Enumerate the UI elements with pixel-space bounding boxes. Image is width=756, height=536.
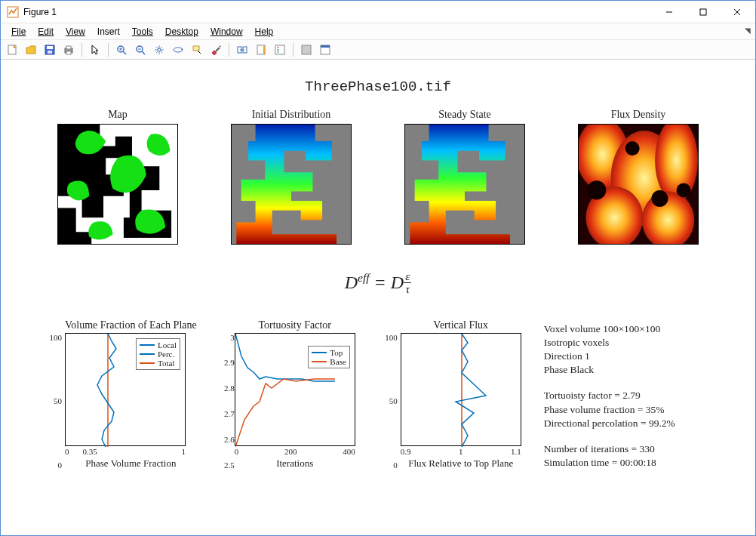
- rotate3d-button[interactable]: [170, 42, 186, 58]
- maximize-button[interactable]: [686, 1, 720, 23]
- matlab-figure-icon: [7, 6, 19, 18]
- svg-rect-7: [47, 46, 53, 49]
- menu-desktop[interactable]: Desktop: [159, 25, 204, 39]
- svg-line-13: [123, 51, 126, 54]
- menu-window[interactable]: Window: [204, 25, 249, 39]
- chart-volume-fraction[interactable]: Volume Fraction of Each Plane Distance f…: [65, 319, 197, 470]
- svg-rect-11: [66, 51, 71, 54]
- titlebar: Figure 1: [1, 1, 755, 23]
- svg-point-45: [587, 180, 606, 199]
- menu-insert[interactable]: Insert: [91, 25, 126, 39]
- svg-rect-35: [321, 45, 330, 48]
- new-figure-button[interactable]: [4, 42, 20, 58]
- menu-file[interactable]: File: [5, 25, 32, 39]
- menu-view[interactable]: View: [60, 25, 91, 39]
- figure-main-title: ThreePhase100.tif: [31, 79, 725, 95]
- svg-rect-10: [66, 46, 71, 49]
- toolbar: [1, 40, 755, 60]
- close-button[interactable]: [720, 1, 754, 23]
- results-text: Voxel volume 100×100×100 Isotropic voxel…: [544, 319, 675, 470]
- colorbar-button[interactable]: [253, 42, 269, 58]
- print-button[interactable]: [60, 42, 77, 58]
- menu-tools[interactable]: Tools: [126, 25, 159, 39]
- svg-point-46: [625, 141, 640, 156]
- image-row: Map Initial Distribution: [31, 109, 725, 245]
- svg-point-19: [158, 48, 161, 51]
- svg-line-22: [198, 51, 201, 54]
- chart-vertical-flux[interactable]: Vertical Flux Distance from Base 100500 …: [401, 319, 521, 470]
- svg-rect-29: [275, 45, 284, 54]
- datacursor-button[interactable]: [189, 42, 205, 58]
- panel-title-map: Map: [108, 109, 128, 121]
- initial-distribution-image[interactable]: [231, 124, 352, 245]
- chart-row: Volume Fraction of Each Plane Distance f…: [31, 319, 725, 470]
- menubar: File Edit View Insert Tools Desktop Wind…: [1, 23, 755, 40]
- panel-title-flux: Flux Density: [611, 109, 666, 121]
- dock-icon[interactable]: ◥: [745, 26, 751, 35]
- figure-canvas: ThreePhase100.tif Map Initial Distributi…: [1, 60, 755, 535]
- svg-rect-33: [302, 45, 311, 54]
- svg-rect-8: [48, 51, 52, 54]
- zoom-out-button[interactable]: [132, 42, 149, 58]
- panel-title-steady: Steady State: [438, 109, 491, 121]
- open-button[interactable]: [23, 42, 39, 58]
- minimize-button[interactable]: [652, 1, 686, 23]
- zoom-in-button[interactable]: [113, 42, 130, 58]
- save-button[interactable]: [41, 42, 58, 58]
- steady-state-image[interactable]: [404, 124, 525, 245]
- svg-rect-28: [263, 46, 265, 54]
- legend-button[interactable]: [272, 42, 288, 58]
- link-button[interactable]: [234, 42, 250, 58]
- map-image[interactable]: [57, 124, 178, 245]
- menu-edit[interactable]: Edit: [32, 25, 60, 39]
- pan-button[interactable]: [151, 42, 167, 58]
- svg-line-23: [216, 48, 220, 51]
- show-tools-button[interactable]: [317, 42, 333, 58]
- equation: Deff = Dετ: [31, 271, 725, 297]
- panel-title-initial: Initial Distribution: [252, 109, 331, 121]
- menu-help[interactable]: Help: [249, 25, 280, 39]
- brush-button[interactable]: [207, 42, 224, 58]
- svg-rect-21: [193, 46, 199, 51]
- figure-window: Figure 1 File Edit View Insert Tools Des…: [0, 0, 756, 536]
- hide-tools-button[interactable]: [298, 42, 315, 58]
- svg-point-48: [677, 183, 691, 197]
- window-title: Figure 1: [23, 7, 57, 17]
- svg-point-47: [651, 190, 668, 207]
- flux-density-image[interactable]: [578, 124, 699, 245]
- svg-line-17: [142, 51, 145, 54]
- pointer-button[interactable]: [87, 42, 103, 58]
- chart-tortuosity[interactable]: Tortuosity Factor 32.92.82.72.62.5 Top B…: [235, 319, 355, 470]
- svg-rect-2: [700, 9, 706, 15]
